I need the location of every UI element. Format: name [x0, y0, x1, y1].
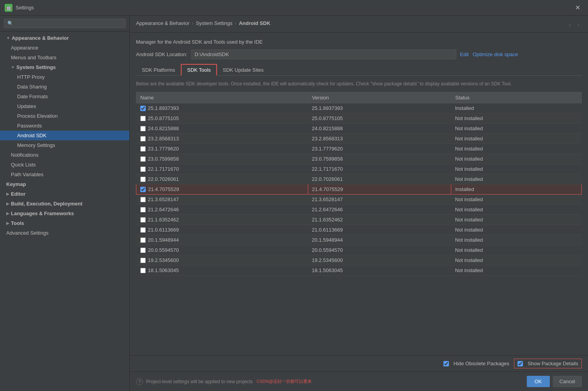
tab-sdk-update-sites[interactable]: SDK Update Sites [217, 64, 270, 76]
table-row[interactable]: 21.0.611366921.0.6113669Not installed [136, 225, 582, 235]
table-row[interactable]: 22.0.702606122.0.7026061Not installed [136, 174, 582, 184]
sidebar-item-data-sharing[interactable]: Data Sharing [0, 82, 129, 92]
table-row[interactable]: 21.2.647264621.2.6472646Not installed [136, 205, 582, 215]
row-name: 23.2.8568313 [148, 136, 179, 142]
table-row[interactable]: 23.0.759985823.0.7599858Not installed [136, 154, 582, 164]
row-checkbox[interactable] [140, 248, 146, 253]
nav-back-button[interactable]: ‹ [567, 21, 573, 29]
table-row[interactable]: 23.1.777962023.1.7779620Not installed [136, 144, 582, 154]
expand-arrow: ▶ [6, 192, 9, 196]
tab-sdk-tools[interactable]: SDK Tools [181, 64, 217, 76]
row-checkbox[interactable] [140, 136, 146, 142]
row-name: 23.0.7599858 [148, 156, 179, 162]
sidebar-item-quick-lists[interactable]: Quick Lists [0, 160, 129, 170]
sidebar-item-path-variables[interactable]: Path Variables [0, 170, 129, 179]
sidebar-item-menus-toolbars[interactable]: Menus and Toolbars [0, 53, 129, 62]
row-checkbox[interactable] [140, 126, 146, 131]
sidebar-item-appearance[interactable]: Appearance [0, 43, 129, 53]
sidebar-item-languages-frameworks[interactable]: ▶ Languages & Frameworks [0, 209, 129, 218]
table-row[interactable]: 22.1.717167022.1.7171670Not installed [136, 164, 582, 174]
row-checkbox[interactable] [140, 197, 146, 202]
table-row[interactable]: 23.2.856831323.2.8568313Not installed [136, 134, 582, 144]
row-checkbox[interactable] [140, 268, 146, 273]
table-header-version: Version [308, 92, 451, 103]
breadcrumb-item-0[interactable]: Appearance & Behavior [136, 20, 189, 26]
table-row[interactable]: 21.3.652814721.3.6528147Not installed [136, 195, 582, 205]
table-row[interactable]: 20.1.594894420.1.5948944Not installed [136, 235, 582, 245]
tab-sdk-platforms[interactable]: SDK Platforms [136, 64, 181, 76]
sidebar-item-advanced-settings[interactable]: Advanced Settings [0, 228, 129, 238]
sidebar-item-passwords[interactable]: Passwords [0, 121, 129, 131]
table-row[interactable]: 21.1.635246221.1.6352462Not installed [136, 215, 582, 225]
row-checkbox[interactable] [140, 166, 146, 172]
sidebar-item-updates[interactable]: Updates [0, 101, 129, 111]
sidebar-item-tools[interactable]: ▶ Tools [0, 218, 129, 228]
table-header-name: Name [136, 92, 308, 103]
table-row[interactable]: 20.0.559457020.0.5594570Not installed [136, 245, 582, 255]
breadcrumb-item-1[interactable]: System Settings [196, 20, 233, 26]
help-icon[interactable]: ? [136, 378, 143, 385]
nav-forward-button[interactable]: › [575, 21, 582, 29]
show-package-checkbox[interactable] [517, 361, 523, 366]
sidebar-item-system-settings[interactable]: ▼ System Settings [0, 62, 129, 72]
optimize-button[interactable]: Optimize disk space [473, 51, 518, 57]
table-cell-status: Not installed [451, 265, 582, 276]
table-row[interactable]: 21.4.707552921.4.7075529Installed [136, 184, 582, 195]
table-cell-name: 24.0.8215888 [136, 124, 308, 134]
table-cell-status: Not installed [451, 174, 582, 184]
sidebar-item-process-elevation[interactable]: Process Elevation [0, 111, 129, 121]
close-button[interactable]: ✕ [572, 2, 583, 13]
ok-button[interactable]: OK [527, 376, 550, 387]
table-row[interactable]: 18.1.506304518.1.5063045Not installed [136, 265, 582, 276]
search-input[interactable] [4, 19, 125, 28]
sidebar-item-keymap[interactable]: Keymap [0, 179, 129, 189]
table-cell-status: Not installed [451, 205, 582, 215]
row-checkbox[interactable] [140, 116, 146, 121]
row-checkbox[interactable] [140, 237, 146, 243]
sidebar-item-appearance-behavior[interactable]: ▼ Appearance & Behavior [0, 33, 129, 43]
row-checkbox[interactable] [140, 227, 146, 233]
row-checkbox[interactable] [140, 217, 146, 223]
cancel-button[interactable]: Cancel [553, 376, 582, 387]
table-row[interactable]: 19.2.534560019.2.5345600Not installed [136, 255, 582, 265]
sidebar-item-notifications[interactable]: Notifications [0, 150, 129, 160]
table-cell-version: 21.4.7075529 [308, 184, 451, 195]
table-cell-status: Not installed [451, 255, 582, 265]
expand-arrow: ▶ [6, 211, 9, 216]
row-checkbox[interactable] [140, 177, 146, 182]
tab-description: Below are the available SDK developer to… [136, 80, 582, 87]
panel-body: Manager for the Android SDK and Tools us… [130, 33, 588, 355]
sidebar-item-label: Passwords [17, 123, 42, 129]
sidebar-item-date-formats[interactable]: Date Formats [0, 92, 129, 101]
sidebar-item-android-sdk[interactable]: Android SDK [0, 131, 129, 140]
show-package-label: Show Package Details [528, 361, 578, 366]
watermark: CSDN@还好一切都可以重来 [256, 379, 311, 384]
sidebar-item-label: Tools [11, 220, 24, 226]
row-checkbox[interactable] [140, 187, 146, 192]
sidebar-item-build-execution[interactable]: ▶ Build, Execution, Deployment [0, 199, 129, 209]
row-checkbox[interactable] [140, 207, 146, 212]
edit-button[interactable]: Edit [460, 51, 469, 57]
table-row[interactable]: 24.0.821588824.0.8215888Not installed [136, 124, 582, 134]
settings-window: 🤖 Settings ✕ ▼ Appearance & Behavior App… [0, 0, 588, 391]
table-cell-status: Not installed [451, 154, 582, 164]
sidebar-item-memory-settings[interactable]: Memory Settings [0, 140, 129, 150]
sidebar-item-label: Path Variables [11, 172, 44, 177]
bottom-buttons: OK Cancel [527, 376, 582, 387]
row-name: 23.1.7779620 [148, 146, 179, 152]
hide-obsolete-checkbox[interactable] [443, 361, 449, 366]
row-checkbox[interactable] [140, 258, 146, 263]
sidebar-item-http-proxy[interactable]: HTTP Proxy [0, 72, 129, 82]
table-row[interactable]: 25.1.893739325.1.8937393Installed [136, 103, 582, 113]
main-content: ▼ Appearance & Behavior Appearance Menus… [0, 16, 588, 391]
table-cell-version: 21.0.6113669 [308, 225, 451, 235]
table-cell-status: Not installed [451, 144, 582, 154]
sdk-location-input[interactable] [191, 50, 456, 59]
row-checkbox[interactable] [140, 146, 146, 152]
table-cell-version: 21.1.6352462 [308, 215, 451, 225]
table-row[interactable]: 25.0.877510525.0.8775105Not installed [136, 113, 582, 124]
row-checkbox[interactable] [140, 156, 146, 162]
row-checkbox[interactable] [140, 106, 146, 111]
sidebar-item-editor[interactable]: ▶ Editor [0, 189, 129, 199]
bottom-note: Project-level settings will be applied t… [146, 379, 253, 384]
